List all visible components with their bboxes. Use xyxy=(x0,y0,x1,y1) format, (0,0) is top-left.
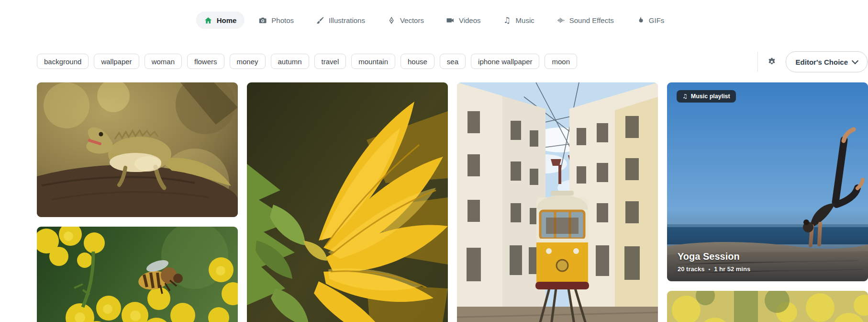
editors-choice-dropdown[interactable]: Editor's Choice xyxy=(786,51,868,72)
tag-chip[interactable]: house xyxy=(401,54,434,69)
playlist-track-count: 20 tracks xyxy=(678,265,704,273)
nav-label: Photos xyxy=(271,16,294,24)
chevron-down-icon xyxy=(852,58,858,64)
nav-label: Sound Effects xyxy=(569,16,614,24)
nav-item-videos[interactable]: Videos xyxy=(438,12,489,29)
nav-item-home[interactable]: Home xyxy=(196,12,245,29)
nav-item-sound-effects[interactable]: Sound Effects xyxy=(549,12,622,29)
tag-chip[interactable]: iphone wallpaper xyxy=(471,54,539,69)
nav-item-vectors[interactable]: Vectors xyxy=(379,12,432,29)
filter-controls: Editor's Choice xyxy=(757,51,868,72)
media-type-nav: Home Photos Illustrations Vectors Videos xyxy=(196,12,672,29)
dot-separator: • xyxy=(708,266,710,272)
tag-chip[interactable]: mountain xyxy=(351,54,395,69)
nav-label: Videos xyxy=(459,16,481,24)
tag-chip[interactable]: travel xyxy=(314,54,346,69)
sort-label: Editor's Choice xyxy=(796,58,848,66)
tag-chip[interactable]: background xyxy=(37,54,89,69)
grid-column-1 xyxy=(37,82,238,322)
nav-item-illustrations[interactable]: Illustrations xyxy=(308,12,373,29)
sunflower-photo-art xyxy=(247,82,448,322)
tag-chip[interactable]: sea xyxy=(440,54,466,69)
nav-label: Home xyxy=(217,16,237,24)
pixabay-home-page: Home Photos Illustrations Vectors Videos xyxy=(0,0,868,322)
nav-label: Illustrations xyxy=(329,16,365,24)
tram-vehicle xyxy=(535,191,589,289)
nav-item-music[interactable]: ♫ Music xyxy=(495,12,542,29)
photo-lisbon-tram[interactable] xyxy=(457,82,658,322)
photo-bee-flowers[interactable] xyxy=(37,227,238,322)
photo-rapeseed-field[interactable] xyxy=(667,291,868,322)
divider xyxy=(757,52,758,72)
nav-label: Music xyxy=(516,16,534,24)
grid-column-4: ♫ Music playlist Yoga Session 20 tracks … xyxy=(667,82,868,322)
grid-column-3 xyxy=(457,82,658,322)
media-grid: ♫ Music playlist Yoga Session 20 tracks … xyxy=(37,82,868,322)
home-icon xyxy=(204,16,212,24)
bee-photo-art xyxy=(37,227,238,322)
photo-lizard[interactable] xyxy=(37,82,238,217)
music-note-icon: ♫ xyxy=(682,93,688,99)
rapeseed-photo-art xyxy=(667,291,868,322)
music-playlist-card[interactable]: ♫ Music playlist Yoga Session 20 tracks … xyxy=(667,82,868,281)
badge-label: Music playlist xyxy=(691,93,730,100)
brush-icon xyxy=(316,16,324,24)
music-playlist-badge: ♫ Music playlist xyxy=(677,90,736,103)
playlist-info: Yoga Session 20 tracks • 1 hr 52 mins xyxy=(678,251,750,273)
nav-label: GIFs xyxy=(649,16,665,24)
tag-chip[interactable]: autumn xyxy=(271,54,309,69)
nav-item-gifs[interactable]: GIFs xyxy=(628,12,672,29)
playlist-meta: 20 tracks • 1 hr 52 mins xyxy=(678,265,750,273)
nav-item-photos[interactable]: Photos xyxy=(251,12,301,29)
tram-photo-art xyxy=(457,82,658,322)
playlist-duration: 1 hr 52 mins xyxy=(714,265,750,273)
camera-icon xyxy=(258,16,267,24)
playlist-title: Yoga Session xyxy=(678,251,750,262)
flame-icon xyxy=(636,16,645,24)
grid-column-2 xyxy=(247,82,448,322)
waveform-icon xyxy=(556,16,565,24)
tag-chip[interactable]: moon xyxy=(545,54,577,69)
gear-icon[interactable] xyxy=(766,56,778,68)
tag-chip[interactable]: woman xyxy=(145,54,182,69)
tag-chip[interactable]: flowers xyxy=(187,54,224,69)
lizard-photo-art xyxy=(37,82,238,217)
nav-label: Vectors xyxy=(400,16,424,24)
tag-chip[interactable]: wallpaper xyxy=(94,54,139,69)
trending-tags: background wallpaper woman flowers money… xyxy=(37,54,577,69)
pen-nib-icon xyxy=(387,16,396,24)
music-note-icon: ♫ xyxy=(503,16,512,24)
tag-chip[interactable]: money xyxy=(230,54,266,69)
photo-sunflower[interactable] xyxy=(247,82,448,322)
video-camera-icon xyxy=(446,16,455,24)
